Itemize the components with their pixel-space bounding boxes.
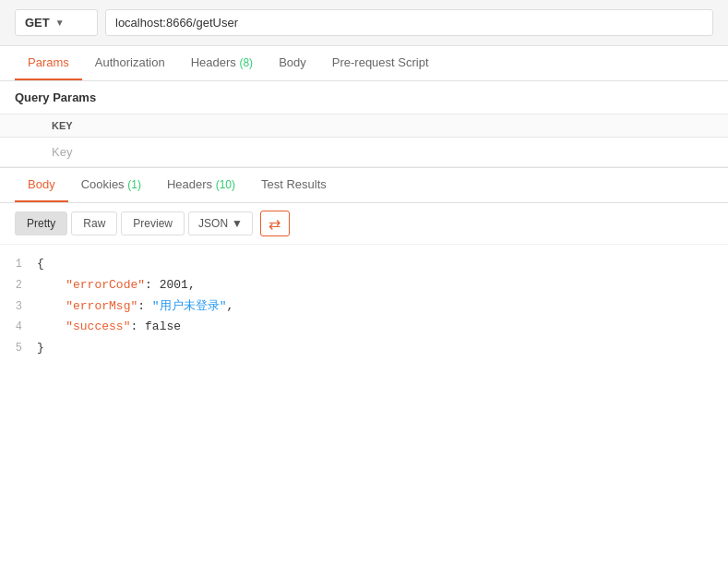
json-label: JSON	[198, 217, 228, 230]
line-content: "errorCode": 2001,	[37, 276, 728, 296]
params-table: KEY Key	[0, 114, 728, 167]
raw-button[interactable]: Raw	[71, 211, 117, 235]
pretty-button[interactable]: Pretty	[15, 211, 67, 235]
line-number: 2	[0, 277, 37, 295]
cookies-badge: (1)	[127, 178, 141, 191]
method-label: GET	[25, 16, 50, 30]
line-content: "errorMsg": "用户未登录",	[37, 297, 728, 317]
url-input[interactable]	[105, 9, 713, 36]
code-line: 1{	[0, 254, 728, 275]
code-line: 5}	[0, 338, 728, 359]
params-placeholder-row: Key	[0, 138, 728, 167]
code-line: 2 "errorCode": 2001,	[0, 275, 728, 296]
query-params-header: Query Params	[0, 81, 728, 114]
code-viewer: 1{2 "errorCode": 2001,3 "errorMsg": "用户未…	[0, 245, 728, 368]
code-line: 3 "errorMsg": "用户未登录",	[0, 296, 728, 318]
line-number: 1	[0, 256, 37, 273]
tab-params[interactable]: Params	[15, 46, 82, 80]
line-content: }	[37, 339, 728, 358]
wrap-button[interactable]: ⇄	[260, 211, 290, 236]
url-bar: GET ▼	[0, 0, 728, 46]
col-key: KEY	[0, 115, 728, 138]
tab-headers[interactable]: Headers (8)	[178, 46, 266, 80]
resp-headers-badge: (10)	[216, 178, 235, 191]
response-tab-test-results[interactable]: Test Results	[248, 168, 340, 202]
line-number: 5	[0, 340, 37, 357]
response-tabs-bar: Body Cookies (1) Headers (10) Test Resul…	[0, 167, 728, 203]
method-chevron: ▼	[55, 18, 65, 28]
tab-authorization[interactable]: Authorization	[82, 46, 178, 80]
headers-badge: (8)	[239, 56, 253, 69]
json-chevron: ▼	[232, 217, 243, 230]
line-number: 4	[0, 319, 37, 336]
line-content: "success": false	[37, 318, 728, 337]
line-content: {	[37, 255, 728, 274]
json-format-select[interactable]: JSON ▼	[188, 211, 253, 235]
tab-body[interactable]: Body	[266, 46, 319, 80]
line-number: 3	[0, 298, 37, 316]
request-tabs-bar: Params Authorization Headers (8) Body Pr…	[0, 46, 728, 81]
preview-button[interactable]: Preview	[121, 211, 185, 235]
method-select[interactable]: GET ▼	[15, 9, 98, 36]
code-line: 4 "success": false	[0, 317, 728, 338]
wrap-icon: ⇄	[269, 215, 280, 233]
response-tab-cookies[interactable]: Cookies (1)	[68, 168, 154, 202]
key-placeholder: Key	[0, 138, 728, 167]
response-toolbar: Pretty Raw Preview JSON ▼ ⇄	[0, 203, 728, 245]
response-tab-headers[interactable]: Headers (10)	[154, 168, 248, 202]
tab-pre-request[interactable]: Pre-request Script	[319, 46, 442, 80]
response-tab-body[interactable]: Body	[15, 168, 68, 202]
